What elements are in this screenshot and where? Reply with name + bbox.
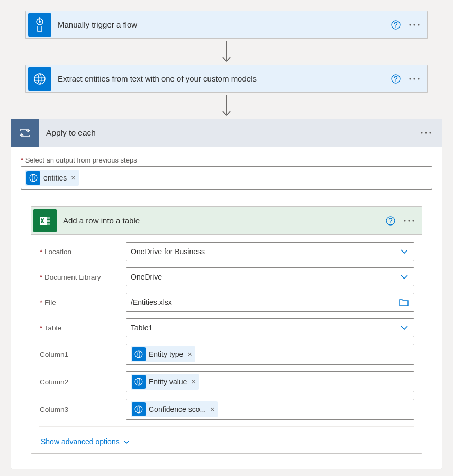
ai-builder-icon: [132, 347, 146, 361]
token-label: Confidence sco...: [149, 405, 206, 414]
svg-point-27: [390, 222, 391, 223]
ai-builder-icon: [28, 67, 51, 91]
svg-point-18: [421, 132, 422, 133]
svg-point-13: [395, 80, 396, 82]
flow-arrow-icon: [220, 93, 233, 119]
svg-point-14: [409, 78, 411, 79]
svg-rect-22: [40, 217, 47, 225]
svg-point-29: [408, 220, 410, 221]
svg-point-33: [135, 406, 142, 413]
excel-icon: [33, 209, 57, 232]
more-icon[interactable]: [403, 217, 415, 225]
svg-rect-24: [47, 220, 50, 222]
doclib-label: * Document Library: [39, 273, 126, 281]
help-icon[interactable]: [391, 20, 401, 30]
excel-title: Add a row into a table: [59, 216, 386, 225]
remove-token-icon[interactable]: ×: [190, 378, 195, 386]
svg-point-32: [135, 378, 142, 385]
doclib-select[interactable]: OneDrive: [126, 267, 414, 286]
output-input[interactable]: entities ×: [21, 166, 432, 190]
chevron-down-icon: [400, 249, 409, 254]
chevron-down-icon: [400, 325, 409, 330]
more-icon[interactable]: [420, 129, 432, 137]
svg-point-9: [34, 74, 45, 84]
help-icon[interactable]: [391, 74, 401, 84]
trigger-icon: [28, 13, 51, 37]
ai-builder-icon: [26, 171, 40, 185]
file-input[interactable]: /Entities.xlsx: [126, 293, 414, 312]
column1-label: Column1: [39, 351, 126, 358]
help-icon[interactable]: [386, 216, 395, 226]
extract-card[interactable]: Extract entities from text with one of y…: [25, 65, 428, 93]
svg-point-30: [412, 220, 414, 221]
excel-header[interactable]: Add a row into a table: [31, 207, 422, 235]
token-label: entities: [43, 174, 67, 182]
extract-title: Extract entities from text with one of y…: [53, 74, 391, 83]
entity-type-token[interactable]: Entity type ×: [131, 346, 195, 362]
token-label: Entity type: [149, 350, 183, 358]
more-icon[interactable]: [408, 21, 421, 29]
svg-point-28: [404, 220, 405, 221]
remove-token-icon[interactable]: ×: [209, 405, 214, 414]
file-label: * File: [39, 299, 126, 307]
remove-token-icon[interactable]: ×: [70, 174, 75, 182]
chevron-down-icon: [400, 274, 409, 280]
folder-icon[interactable]: [399, 299, 409, 306]
ai-builder-icon: [132, 375, 146, 389]
svg-point-4: [395, 26, 396, 28]
svg-rect-23: [47, 217, 50, 219]
trigger-card[interactable]: Manually trigger a flow: [25, 11, 428, 39]
location-select[interactable]: OneDrive for Business: [126, 242, 414, 261]
column2-label: Column2: [39, 378, 126, 386]
flow-arrow-icon: [220, 39, 233, 65]
excel-action-card: Add a row into a table * Location: [31, 206, 422, 454]
column3-label: Column3: [39, 406, 126, 414]
loop-header[interactable]: Apply to each: [11, 119, 442, 147]
svg-point-31: [135, 351, 142, 358]
trigger-title: Manually trigger a flow: [53, 20, 391, 29]
apply-to-each-card: Apply to each * Select an output from pr…: [11, 119, 442, 469]
svg-point-7: [418, 24, 419, 25]
column2-input[interactable]: Entity value ×: [126, 371, 414, 392]
entities-token[interactable]: entities ×: [25, 170, 79, 186]
svg-point-21: [30, 174, 37, 182]
svg-point-15: [413, 78, 415, 79]
confidence-score-token[interactable]: Confidence sco... ×: [131, 401, 218, 417]
chevron-down-icon: [123, 439, 130, 444]
loop-title: Apply to each: [39, 128, 420, 138]
column1-input[interactable]: Entity type ×: [126, 344, 414, 365]
table-select[interactable]: Table1: [126, 318, 414, 337]
remove-token-icon[interactable]: ×: [186, 350, 192, 358]
svg-point-19: [425, 132, 427, 133]
svg-point-6: [413, 24, 415, 25]
ai-builder-icon: [132, 402, 146, 416]
svg-point-16: [418, 78, 419, 79]
more-icon[interactable]: [408, 75, 421, 83]
svg-point-2: [39, 21, 41, 23]
table-label: * Table: [39, 324, 126, 332]
svg-point-5: [409, 24, 411, 25]
token-label: Entity value: [149, 378, 187, 386]
svg-point-20: [429, 132, 431, 133]
entity-value-token[interactable]: Entity value ×: [131, 374, 199, 390]
location-label: * Location: [39, 248, 126, 256]
column3-input[interactable]: Confidence sco... ×: [126, 399, 414, 420]
loop-icon: [11, 119, 39, 147]
show-advanced-link[interactable]: Show advanced options: [39, 433, 132, 448]
svg-rect-25: [47, 223, 50, 225]
output-label: * Select an output from previous steps: [21, 156, 432, 164]
